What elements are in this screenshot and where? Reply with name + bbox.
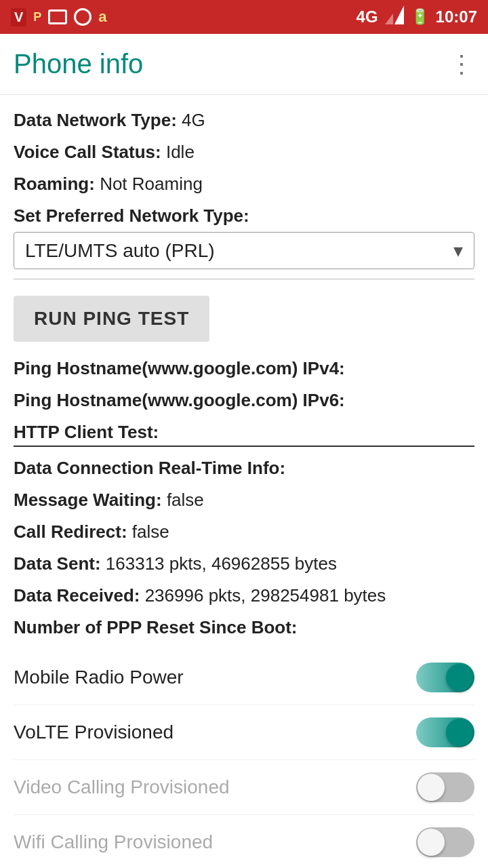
toggle-row-wifi-calling: Wifi Calling Provisioned xyxy=(14,815,474,868)
roaming-value: Not Roaming xyxy=(100,174,203,194)
preferred-network-label: Set Preferred Network Type: xyxy=(14,205,474,226)
preferred-network-dropdown[interactable]: LTE/UMTS auto (PRL) ▾ xyxy=(14,232,474,269)
toggle-thumb-volte xyxy=(446,719,473,746)
call-redirect-label: Call Redirect: xyxy=(14,521,127,542)
voice-call-status-label: Voice Call Status: xyxy=(14,142,161,162)
app-icon-1: V xyxy=(11,8,26,26)
roaming-row: Roaming: Not Roaming xyxy=(14,168,474,200)
app-icon-2: P xyxy=(33,10,41,24)
ping-ipv6-row: Ping Hostname(www.google.com) IPv6: xyxy=(14,384,474,416)
toggle-video-calling[interactable] xyxy=(416,772,474,802)
time-display: 10:07 xyxy=(436,7,477,26)
call-redirect-row: Call Redirect: false xyxy=(14,516,474,548)
more-options-icon[interactable]: ⋮ xyxy=(449,50,474,79)
preferred-network-value: LTE/UMTS auto (PRL) xyxy=(25,240,215,262)
toggle-label-volte: VoLTE Provisioned xyxy=(14,722,174,743)
network-type: 4G xyxy=(357,7,378,26)
voice-call-status-value: Idle xyxy=(166,142,195,162)
message-waiting-value: false xyxy=(167,490,204,510)
toggle-row-mobile-radio: Mobile Radio Power xyxy=(14,650,474,705)
notification-icon-2 xyxy=(74,8,92,26)
realtime-label: Data Connection Real-Time Info: xyxy=(14,458,285,478)
roaming-label: Roaming: xyxy=(14,174,95,194)
data-sent-value: 163313 pkts, 46962855 bytes xyxy=(106,553,337,574)
voice-call-status-row: Voice Call Status: Idle xyxy=(14,136,474,168)
chevron-down-icon: ▾ xyxy=(453,239,463,262)
call-redirect-value: false xyxy=(132,521,169,542)
ppp-reset-label: Number of PPP Reset Since Boot: xyxy=(14,617,298,637)
status-bar-right: 4G 🔋 10:07 xyxy=(357,5,477,28)
notification-icon xyxy=(48,9,67,24)
ping-ipv4-label: Ping Hostname(www.google.com) IPv4: xyxy=(14,358,345,378)
ppp-reset-row: Number of PPP Reset Since Boot: xyxy=(14,612,474,644)
toggle-mobile-radio[interactable] xyxy=(416,663,474,692)
data-received-value: 236996 pkts, 298254981 bytes xyxy=(145,585,386,606)
toggle-label-wifi-calling: Wifi Calling Provisioned xyxy=(14,831,213,853)
toggle-row-video-calling: Video Calling Provisioned xyxy=(14,760,474,815)
toggle-wifi-calling[interactable] xyxy=(416,827,474,857)
http-client-label: HTTP Client Test: xyxy=(14,422,474,447)
message-waiting-row: Message Waiting: false xyxy=(14,484,474,516)
data-received-row: Data Received: 236996 pkts, 298254981 by… xyxy=(14,580,474,612)
toggle-thumb-wifi-calling xyxy=(418,829,445,856)
data-received-label: Data Received: xyxy=(14,585,140,606)
content-area: Data Network Type: 4G Voice Call Status:… xyxy=(0,95,488,868)
data-sent-row: Data Sent: 163313 pkts, 46962855 bytes xyxy=(14,548,474,580)
status-bar-left: V P a xyxy=(11,8,107,26)
divider-1 xyxy=(14,279,474,279)
battery-icon: 🔋 xyxy=(411,8,429,26)
toggle-row-volte: VoLTE Provisioned xyxy=(14,705,474,760)
ping-ipv6-label: Ping Hostname(www.google.com) IPv6: xyxy=(14,390,345,410)
toggle-thumb-video-calling xyxy=(418,774,445,801)
app-bar: Phone info ⋮ xyxy=(0,34,488,95)
toggle-label-video-calling: Video Calling Provisioned xyxy=(14,776,230,798)
data-network-type-value: 4G xyxy=(182,110,205,130)
toggle-volte[interactable] xyxy=(416,717,474,747)
toggle-label-mobile-radio: Mobile Radio Power xyxy=(14,667,184,688)
signal-icon xyxy=(385,5,404,28)
message-waiting-label: Message Waiting: xyxy=(14,490,162,510)
data-network-type-label: Data Network Type: xyxy=(14,110,177,130)
data-sent-label: Data Sent: xyxy=(14,553,101,574)
data-network-type-row: Data Network Type: 4G xyxy=(14,104,474,136)
toggle-thumb-mobile-radio xyxy=(446,664,473,691)
svg-marker-0 xyxy=(394,5,404,24)
realtime-section-label: Data Connection Real-Time Info: xyxy=(14,452,474,484)
status-bar: V P a 4G 🔋 10:07 xyxy=(0,0,488,34)
app-icon-3: a xyxy=(98,8,106,26)
page-title: Phone info xyxy=(14,49,143,79)
svg-marker-1 xyxy=(385,14,393,24)
ping-ipv4-row: Ping Hostname(www.google.com) IPv4: xyxy=(14,353,474,384)
toggle-section: Mobile Radio Power VoLTE Provisioned Vid… xyxy=(14,650,474,868)
run-ping-test-button[interactable]: RUN PING TEST xyxy=(14,296,209,342)
